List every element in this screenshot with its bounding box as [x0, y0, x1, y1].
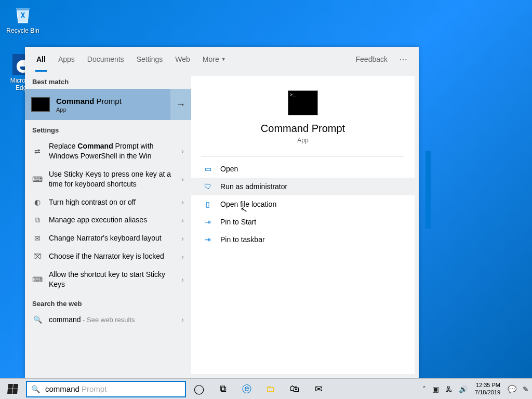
command-prompt-icon — [288, 90, 318, 115]
swap-icon: ⇄ — [32, 147, 43, 155]
best-match-item[interactable]: Command Prompt App → — [25, 89, 191, 120]
settings-item[interactable]: ⌨ Use Sticky Keys to press one key at a … — [25, 165, 191, 193]
chevron-right-icon: › — [181, 234, 184, 243]
action-open[interactable]: ▭Open — [191, 160, 415, 178]
ink-workspace-icon[interactable]: ✎ — [520, 385, 532, 393]
start-search-panel: All Apps Documents Settings Web More▼ Fe… — [25, 47, 419, 378]
search-tabs: All Apps Documents Settings Web More▼ Fe… — [25, 47, 419, 72]
start-button[interactable] — [0, 379, 25, 400]
tab-settings[interactable]: Settings — [130, 47, 169, 72]
settings-item-label: Turn high contrast on or off — [49, 197, 181, 207]
keyboard-icon: ⌨ — [32, 175, 43, 183]
network-icon[interactable]: 🖧 — [442, 385, 456, 393]
search-icon: 🔍 — [32, 315, 43, 324]
battery-icon[interactable]: ▣ — [429, 385, 442, 393]
section-settings: Settings — [25, 120, 191, 137]
detail-column: Command Prompt App ▭Open 🛡Run as adminis… — [191, 76, 415, 374]
system-tray: ˄ ▣ 🖧 🔊 12:35 PM 7/18/2019 💬 ✎ — [419, 379, 532, 400]
taskbar-clock[interactable]: 12:35 PM 7/18/2019 — [471, 382, 504, 395]
taskbar-search-input[interactable] — [44, 384, 82, 394]
action-pin-to-start[interactable]: ⇥Pin to Start — [191, 213, 415, 231]
detail-title: Command Prompt — [261, 123, 345, 135]
settings-item[interactable]: ⧉ Manage app execution aliases › — [25, 211, 191, 229]
chevron-right-icon: › — [181, 198, 184, 206]
tab-more[interactable]: More▼ — [196, 47, 232, 72]
folder-icon: ▯ — [203, 200, 213, 208]
more-options-button[interactable]: ⋯ — [394, 55, 414, 64]
section-search-web: Search the web — [25, 294, 191, 311]
taskbar-edge-icon[interactable]: ⓔ — [235, 379, 259, 400]
contrast-icon: ◐ — [32, 198, 43, 206]
settings-item[interactable]: ◐ Turn high contrast on or off › — [25, 193, 191, 211]
settings-item[interactable]: ⇄ Replace Command Prompt with Windows Po… — [25, 137, 191, 165]
web-search-label: command - See web results — [49, 315, 181, 325]
cortana-icon[interactable]: ◯ — [187, 379, 211, 400]
settings-item[interactable]: ⌨ Allow the shortcut key to start Sticky… — [25, 265, 191, 294]
search-ghost-text: Prompt — [82, 384, 107, 393]
store-icon[interactable]: 🛍 — [283, 379, 307, 400]
taskbar-search-box[interactable]: 🔍 Prompt — [26, 381, 186, 397]
action-pin-to-taskbar[interactable]: ⇥Pin to taskbar — [191, 231, 415, 248]
tab-web[interactable]: Web — [169, 47, 196, 72]
chevron-right-icon: › — [181, 216, 184, 224]
action-center-icon[interactable]: 💬 — [504, 385, 520, 393]
action-run-as-admin[interactable]: 🛡Run as administrator — [191, 178, 415, 195]
pin-icon: ⇥ — [203, 235, 213, 244]
desktop-icon-label: Recycle Bin — [6, 27, 39, 34]
shield-icon: 🛡 — [203, 182, 213, 191]
desktop-icon-recycle-bin[interactable]: Recycle Bin — [3, 2, 43, 34]
divider — [202, 156, 404, 157]
windows-logo-icon — [7, 384, 18, 394]
chevron-down-icon: ▼ — [221, 57, 226, 62]
section-best-match: Best match — [25, 72, 191, 89]
chevron-right-icon: › — [181, 315, 184, 324]
chevron-right-icon: › — [181, 275, 184, 284]
settings-item-label: Manage app execution aliases — [49, 215, 181, 225]
task-view-icon[interactable]: ⧉ — [211, 379, 235, 400]
taskbar: 🔍 Prompt ◯ ⧉ ⓔ 🗀 🛍 ✉ ˄ ▣ 🖧 🔊 12:35 PM 7/… — [0, 378, 532, 399]
keyboard-icon: ⌨ — [32, 275, 43, 284]
detail-subtitle: App — [297, 137, 308, 144]
search-icon: 🔍 — [31, 385, 40, 393]
tab-apps[interactable]: Apps — [52, 47, 81, 72]
tab-documents[interactable]: Documents — [81, 47, 130, 72]
expand-arrow-icon[interactable]: → — [170, 89, 191, 120]
web-search-item[interactable]: 🔍 command - See web results › — [25, 311, 191, 329]
chevron-right-icon: › — [181, 147, 184, 155]
tray-overflow-icon[interactable]: ˄ — [419, 385, 429, 393]
best-match-subtitle: App — [56, 107, 170, 113]
key-icon: ⌧ — [32, 252, 43, 261]
clock-time: 12:35 PM — [476, 382, 500, 389]
chevron-right-icon: › — [181, 252, 184, 261]
settings-item-label: Change Narrator's keyboard layout — [49, 233, 181, 243]
settings-item-label: Use Sticky Keys to press one key at a ti… — [49, 169, 181, 189]
settings-item-label: Allow the shortcut key to start Sticky K… — [49, 270, 181, 289]
settings-item-label: Choose if the Narrator key is locked — [49, 251, 181, 261]
command-prompt-icon — [31, 97, 50, 112]
narrator-icon: ✉ — [32, 234, 43, 243]
open-icon: ▭ — [203, 165, 213, 173]
file-explorer-icon[interactable]: 🗀 — [259, 379, 283, 400]
best-match-title: Command Prompt — [56, 97, 170, 105]
pin-icon: ⇥ — [203, 218, 213, 226]
window-accent-strip — [425, 151, 431, 229]
settings-item[interactable]: ✉ Change Narrator's keyboard layout › — [25, 229, 191, 247]
settings-item-label: Replace Command Prompt with Windows Powe… — [49, 141, 181, 161]
mail-icon[interactable]: ✉ — [307, 379, 330, 400]
tab-all[interactable]: All — [30, 47, 52, 72]
results-column: Best match Command Prompt App → Settings… — [25, 72, 191, 378]
aliases-icon: ⧉ — [32, 216, 43, 224]
clock-date: 7/18/2019 — [475, 389, 500, 396]
settings-item[interactable]: ⌧ Choose if the Narrator key is locked › — [25, 247, 191, 265]
volume-icon[interactable]: 🔊 — [456, 385, 471, 393]
feedback-link[interactable]: Feedback — [350, 47, 394, 72]
chevron-right-icon: › — [181, 175, 184, 183]
action-open-file-location[interactable]: ▯Open file location — [191, 195, 415, 213]
recycle-bin-icon — [10, 2, 35, 27]
